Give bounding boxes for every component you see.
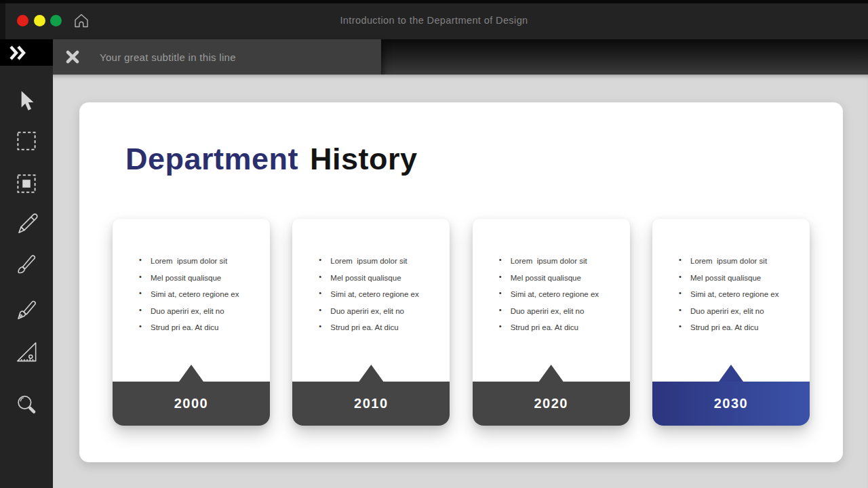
year-label: 2010 [354, 396, 389, 411]
close-button[interactable] [64, 49, 81, 65]
bullet-item: Strud pri ea. At dicu [498, 323, 620, 331]
bullet-item: Lorem ipsum dolor sit [138, 257, 260, 265]
bullet-item: Duo aperiri ex, elit no [498, 307, 620, 315]
slide-title: DepartmentHistory [125, 142, 418, 177]
marquee-select-icon [12, 127, 41, 155]
year-bar: 2020 [473, 382, 630, 426]
bullet-item: Mel possit qualisque [498, 274, 620, 282]
bullet-item: Duo aperiri ex, elit no [317, 307, 440, 315]
slide[interactable]: DepartmentHistory Lorem ipsum dolor sitM… [79, 102, 843, 462]
bullet-item: Strud pri ea. At dicu [138, 323, 260, 331]
ruler-icon [12, 338, 41, 366]
timeline-card[interactable]: Lorem ipsum dolor sitMel possit qualisqu… [652, 219, 810, 426]
pointer-triangle [179, 365, 203, 382]
tool-sidebar [0, 39, 53, 488]
cursor-icon [12, 87, 41, 116]
tool-brush-button[interactable] [12, 248, 41, 278]
slide-title-secondary: History [310, 142, 418, 176]
timeline-cards: Lorem ipsum dolor sitMel possit qualisqu… [113, 219, 810, 426]
bullet-item: Lorem ipsum dolor sit [677, 257, 800, 265]
pointer-triangle [719, 365, 743, 382]
tool-fill-select-button[interactable] [12, 169, 41, 199]
pen-icon [12, 295, 41, 323]
bullet-item: Strud pri ea. At dicu [677, 323, 800, 331]
bullet-item: Mel possit qualisque [677, 274, 800, 282]
year-label: 2000 [174, 396, 209, 411]
year-label: 2020 [534, 396, 568, 411]
tool-pencil-button[interactable] [12, 207, 41, 237]
bullet-list: Lorem ipsum dolor sitMel possit qualisqu… [677, 257, 800, 340]
bullet-item: Mel possit qualisque [317, 274, 440, 282]
bullet-list: Lorem ipsum dolor sitMel possit qualisqu… [317, 257, 440, 340]
pointer-triangle [359, 365, 383, 382]
subtitle-text: Your great subtitle in this line [100, 39, 236, 75]
year-bar: 2010 [292, 382, 450, 426]
subtitle-bar: Your great subtitle in this line [53, 39, 381, 75]
editor-canvas: DepartmentHistory Lorem ipsum dolor sitM… [53, 75, 868, 488]
tool-cursor-button[interactable] [12, 87, 41, 117]
magnifier-icon [12, 390, 41, 419]
year-label: 2030 [714, 396, 749, 411]
timeline-card[interactable]: Lorem ipsum dolor sitMel possit qualisqu… [473, 219, 630, 426]
bullet-item: Strud pri ea. At dicu [317, 323, 440, 331]
timeline-card[interactable]: Lorem ipsum dolor sitMel possit qualisqu… [113, 219, 270, 426]
titlebar: Introduction to the Department of Design [0, 0, 868, 39]
year-bar: 2030 [652, 382, 810, 426]
bullet-item: Lorem ipsum dolor sit [498, 257, 620, 265]
double-chevron-right-icon [0, 54, 34, 64]
pencil-icon [12, 207, 41, 236]
year-bar: 2000 [113, 382, 270, 426]
bullet-item: Mel possit qualisque [138, 274, 260, 282]
bullet-item: Simi at, cetero regione ex [138, 290, 260, 298]
pointer-triangle [539, 365, 564, 382]
bullet-item: Duo aperiri ex, elit no [138, 307, 260, 315]
bullet-item: Simi at, cetero regione ex [498, 290, 620, 298]
slide-title-primary: Department [125, 142, 298, 176]
bullet-list: Lorem ipsum dolor sitMel possit qualisqu… [498, 257, 620, 340]
bullet-item: Simi at, cetero regione ex [317, 290, 440, 298]
bullet-item: Lorem ipsum dolor sit [317, 257, 440, 265]
tool-pen-button[interactable] [12, 294, 41, 324]
bullet-item: Simi at, cetero regione ex [677, 290, 800, 298]
tool-magnifier-button[interactable] [12, 390, 41, 420]
bullet-item: Duo aperiri ex, elit no [677, 307, 800, 315]
fill-select-icon [12, 169, 41, 198]
timeline-card[interactable]: Lorem ipsum dolor sitMel possit qualisqu… [292, 219, 450, 426]
close-icon [64, 57, 81, 67]
expand-tools-button[interactable] [0, 39, 53, 66]
brush-icon [12, 249, 41, 277]
window-title: Introduction to the Department of Design [0, 0, 868, 39]
bullet-list: Lorem ipsum dolor sitMel possit qualisqu… [138, 257, 260, 340]
tool-ruler-button[interactable] [12, 337, 41, 367]
tool-marquee-select-button[interactable] [12, 126, 41, 156]
